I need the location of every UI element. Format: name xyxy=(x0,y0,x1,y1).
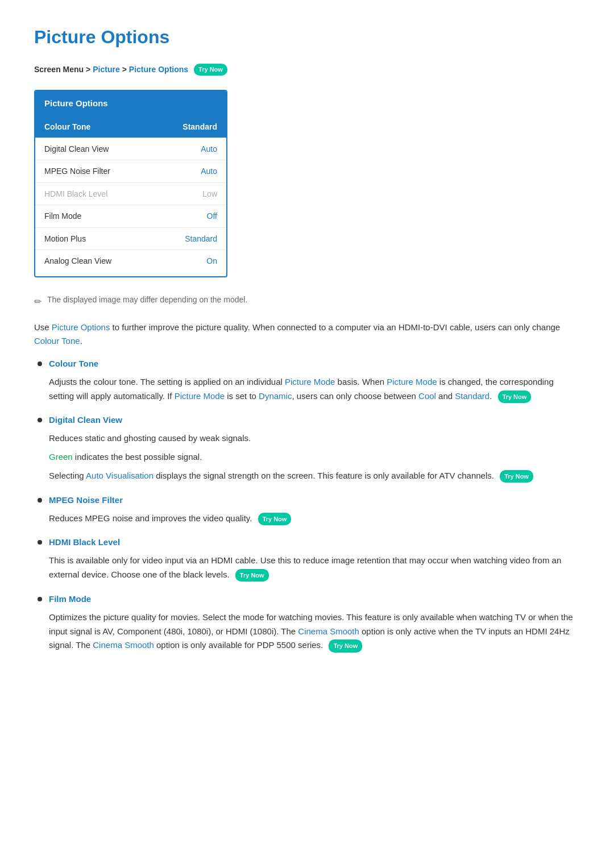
menu-row-value: Standard xyxy=(185,232,217,245)
menu-row-value: Auto xyxy=(201,165,217,177)
menu-row-motion-plus[interactable]: Motion PlusStandard xyxy=(35,228,226,250)
list-item-hdmi-black-level: HDMI Black LevelThis is available only f… xyxy=(34,535,580,582)
bullet-dot xyxy=(38,418,42,422)
breadcrumb-picture-options[interactable]: Picture Options xyxy=(129,63,188,76)
bullet-dot xyxy=(38,597,42,601)
picture-options-menu: Picture Options Colour ToneStandardDigit… xyxy=(34,90,227,278)
inline-link[interactable]: Standard xyxy=(455,391,489,401)
bullet-content: HDMI Black LevelThis is available only f… xyxy=(49,535,580,582)
intro-paragraph: Use Picture Options to further improve t… xyxy=(34,321,580,348)
list-item-colour-tone: Colour ToneAdjusts the colour tone. The … xyxy=(34,357,580,404)
menu-row-label: Analog Clean View xyxy=(44,255,111,267)
menu-row-film-mode[interactable]: Film ModeOff xyxy=(35,205,226,227)
menu-row-label: Digital Clean View xyxy=(44,143,109,155)
bullet-paragraph: This is available only for video input v… xyxy=(49,554,580,582)
bullet-paragraph: Adjusts the colour tone. The setting is … xyxy=(49,375,580,404)
try-now-badge[interactable]: Try Now xyxy=(498,391,532,403)
bullet-title[interactable]: Colour Tone xyxy=(49,357,580,371)
bullet-title[interactable]: HDMI Black Level xyxy=(49,535,580,549)
bullet-title[interactable]: MPEG Noise Filter xyxy=(49,493,580,507)
try-now-badge[interactable]: Try Now xyxy=(258,513,292,525)
try-now-badge[interactable]: Try Now xyxy=(329,639,362,652)
menu-row-mpeg-noise-filter[interactable]: MPEG Noise FilterAuto xyxy=(35,160,226,182)
bullet-content: Film ModeOptimizes the picture quality f… xyxy=(49,592,580,653)
list-item-film-mode: Film ModeOptimizes the picture quality f… xyxy=(34,592,580,653)
menu-row-colour-tone[interactable]: Colour ToneStandard xyxy=(35,116,226,138)
bullet-title[interactable]: Digital Clean View xyxy=(49,413,580,427)
bullet-paragraph: Reduces static and ghosting caused by we… xyxy=(49,431,580,446)
inline-link[interactable]: Cinema Smooth xyxy=(93,640,154,650)
inline-link[interactable]: Auto Visualisation xyxy=(86,471,154,480)
bullet-title[interactable]: Film Mode xyxy=(49,592,580,606)
inline-link[interactable]: Picture Mode xyxy=(285,377,335,387)
bullet-content: Digital Clean ViewReduces static and gho… xyxy=(49,413,580,483)
menu-row-label: MPEG Noise Filter xyxy=(44,165,110,177)
menu-row-value: Low xyxy=(202,188,217,200)
menu-row-value: Auto xyxy=(201,143,217,155)
menu-row-label: Colour Tone xyxy=(44,121,90,133)
page-title: Picture Options xyxy=(34,23,580,52)
bullet-content: Colour ToneAdjusts the colour tone. The … xyxy=(49,357,580,404)
menu-row-value: On xyxy=(206,255,217,267)
inline-link[interactable]: Cool xyxy=(418,391,436,401)
note-row: ✏ The displayed image may differ dependi… xyxy=(34,293,580,309)
menu-row-value: Off xyxy=(207,210,217,222)
menu-row-digital-clean-view[interactable]: Digital Clean ViewAuto xyxy=(35,138,226,160)
intro-link-colour-tone[interactable]: Colour Tone xyxy=(34,336,80,346)
breadcrumb-picture[interactable]: Picture xyxy=(93,63,119,76)
menu-row-label: Film Mode xyxy=(44,210,81,222)
breadcrumb-sep: > xyxy=(122,63,127,76)
breadcrumb-try-now-badge[interactable]: Try Now xyxy=(194,64,227,76)
bullet-dot xyxy=(38,540,42,545)
try-now-badge[interactable]: Try Now xyxy=(235,569,269,582)
bullet-paragraph: Optimizes the picture quality for movies… xyxy=(49,610,580,653)
note-text: The displayed image may differ depending… xyxy=(47,293,247,306)
menu-row-label: Motion Plus xyxy=(44,232,86,245)
menu-header: Picture Options xyxy=(35,91,226,116)
inline-link[interactable]: Cinema Smooth xyxy=(298,626,359,636)
bullet-dot xyxy=(38,498,42,502)
inline-link[interactable]: Picture Mode xyxy=(387,377,437,387)
inline-link[interactable]: Dynamic xyxy=(259,391,292,401)
breadcrumb: Screen Menu > Picture > Picture Options … xyxy=(34,63,580,76)
breadcrumb-prefix: Screen Menu > xyxy=(34,63,90,76)
list-item-mpeg-noise-filter: MPEG Noise FilterReduces MPEG noise and … xyxy=(34,493,580,526)
bullet-content: MPEG Noise FilterReduces MPEG noise and … xyxy=(49,493,580,526)
list-item-digital-clean-view: Digital Clean ViewReduces static and gho… xyxy=(34,413,580,483)
menu-row-label: HDMI Black Level xyxy=(44,188,107,200)
try-now-badge[interactable]: Try Now xyxy=(500,470,533,483)
inline-link[interactable]: Picture Mode xyxy=(175,391,225,401)
menu-row-value: Standard xyxy=(182,121,217,133)
green-text: Green xyxy=(49,452,73,462)
feature-list: Colour ToneAdjusts the colour tone. The … xyxy=(34,357,580,653)
bullet-paragraph: Selecting Auto Visualisation displays th… xyxy=(49,469,580,483)
pencil-icon: ✏ xyxy=(34,294,42,309)
bullet-dot xyxy=(38,362,42,366)
menu-row-analog-clean-view[interactable]: Analog Clean ViewOn xyxy=(35,250,226,272)
intro-link-picture-options[interactable]: Picture Options xyxy=(52,322,110,332)
bullet-paragraph: Reduces MPEG noise and improves the vide… xyxy=(49,512,580,526)
bullet-paragraph: Green indicates the best possible signal… xyxy=(49,450,580,464)
menu-row-hdmi-black-level[interactable]: HDMI Black LevelLow xyxy=(35,183,226,205)
